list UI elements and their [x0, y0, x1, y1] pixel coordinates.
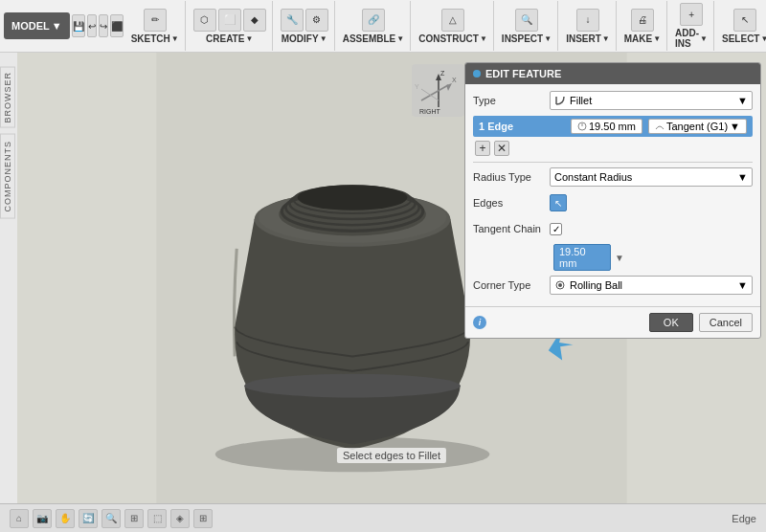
edge-size-box[interactable]: 19.50 mm	[571, 119, 642, 134]
type-row: Type Fillet ▼	[473, 90, 753, 111]
tangent-chain-checkbox-group: ✓	[550, 223, 562, 235]
svg-text:Y: Y	[415, 83, 419, 90]
sketch-section: ✏ SKETCH ▼	[125, 1, 186, 51]
addins-chevron: ▼	[700, 34, 708, 43]
addins-tool-icon[interactable]: +	[680, 3, 703, 26]
construct-dropdown[interactable]: CONSTRUCT ▼	[418, 33, 487, 44]
radius-type-dropdown[interactable]: Constant Radius ▼	[550, 167, 753, 187]
tangent-box[interactable]: Tangent (G1) ▼	[648, 119, 747, 134]
model-button[interactable]: MODEL ▼	[4, 12, 70, 39]
inspect-label: INSPECT	[502, 33, 543, 44]
save-icon[interactable]: 💾	[72, 14, 85, 37]
undo-icon[interactable]: ↩	[87, 14, 97, 37]
sketch-tool-icon[interactable]: ✏	[144, 9, 167, 32]
inspect-tool-icon[interactable]: 🔍	[515, 9, 538, 32]
create-tool2-icon[interactable]: ⬜	[218, 9, 241, 32]
bottom-right-status: Edge	[732, 513, 756, 524]
canvas-viewport[interactable]: Select edges to Fillet Z X Y RIGHT EDIT …	[17, 53, 766, 503]
edge-size: 19.50 mm	[589, 121, 636, 132]
create-dropdown[interactable]: CREATE ▼	[206, 33, 253, 44]
inspect-dropdown[interactable]: INSPECT ▼	[502, 33, 552, 44]
panel-title: EDIT FEATURE	[485, 68, 561, 79]
radius-type-value: Constant Radius	[554, 171, 632, 183]
ok-button[interactable]: OK	[649, 313, 693, 332]
edges-row: Edges ↖	[473, 192, 753, 213]
type-chevron: ▼	[737, 95, 748, 106]
main-toolbar: MODEL ▼ 💾 ↩ ↪ ⬛ ✏ SKETCH ▼ ⬡ ⬜ ◆ CREATE …	[0, 0, 766, 53]
rolling-ball-icon	[554, 279, 566, 291]
grid-icon[interactable]: ⊞	[193, 509, 213, 528]
addins-dropdown[interactable]: ADD-INS ▼	[675, 28, 708, 49]
redo-icon[interactable]: ↪	[99, 14, 108, 37]
modify-dropdown[interactable]: MODIFY ▼	[282, 33, 327, 44]
zoom-in-icon[interactable]: 🔍	[101, 509, 121, 528]
model-chevron: ▼	[52, 20, 62, 32]
assemble-label: ASSEMBLE	[343, 33, 396, 44]
browser-tab[interactable]: BROWSER	[0, 67, 15, 128]
info-icon[interactable]: i	[473, 316, 486, 329]
view-cube-icon[interactable]: ⬚	[147, 509, 167, 528]
select-chevron: ▼	[760, 34, 766, 43]
sketch-dropdown[interactable]: SKETCH ▼	[131, 33, 179, 44]
modify-tool2-icon[interactable]: ⚙	[305, 9, 328, 32]
construct-label: CONSTRUCT	[418, 33, 479, 44]
panel-footer: i OK Cancel	[465, 306, 760, 338]
insert-tool-icon[interactable]: ↓	[576, 9, 599, 32]
corner-type-row: Corner Type Rolling Ball ▼	[473, 275, 753, 296]
modify-tool-icon[interactable]: 🔧	[281, 9, 304, 32]
edit-feature-panel: EDIT FEATURE Type Fillet ▼	[464, 62, 761, 339]
model-label: MODEL	[11, 20, 50, 32]
corner-type-label: Corner Type	[473, 279, 550, 291]
add-edge-button[interactable]: +	[475, 141, 490, 156]
radius-value-input[interactable]: 19.50 mm	[553, 244, 611, 271]
create-label: CREATE	[206, 33, 244, 44]
edges-cursor-icon[interactable]: ↖	[550, 194, 567, 211]
camera-icon[interactable]: 📷	[33, 509, 52, 528]
tangent-chevron: ▼	[730, 121, 740, 132]
assemble-tool-icon[interactable]: 🔗	[362, 9, 385, 32]
svg-text:X: X	[452, 77, 457, 83]
make-dropdown[interactable]: MAKE ▼	[624, 33, 661, 44]
construct-tool-icon[interactable]: △	[441, 9, 464, 32]
zoom-fit-icon[interactable]: ⊞	[124, 509, 144, 528]
corner-type-dropdown[interactable]: Rolling Ball ▼	[550, 276, 753, 295]
select-tool-icon[interactable]: ↖	[733, 9, 756, 32]
svg-text:Z: Z	[440, 70, 445, 77]
bottom-bar: ⌂ 📷 ✋ 🔄 🔍 ⊞ ⬚ ◈ ⊞ Edge	[0, 503, 766, 532]
make-tool-icon[interactable]: 🖨	[631, 9, 654, 32]
inspect-section: 🔍 INSPECT ▼	[496, 1, 558, 51]
frame-icon[interactable]: ⬛	[110, 14, 124, 37]
panel-status-dot	[473, 70, 481, 78]
create-tool-icon[interactable]: ⬡	[193, 9, 216, 32]
radius-dropdown-arrow[interactable]: ▼	[615, 253, 624, 263]
select-dropdown[interactable]: SELECT ▼	[722, 33, 766, 44]
svg-point-9	[298, 185, 408, 211]
modify-chevron: ▼	[320, 34, 327, 43]
panel-header: EDIT FEATURE	[465, 63, 760, 84]
construct-chevron: ▼	[480, 34, 487, 43]
type-dropdown[interactable]: Fillet ▼	[550, 91, 753, 110]
make-label: MAKE	[624, 33, 652, 44]
bottom-tools: ⌂ 📷 ✋ 🔄 🔍 ⊞ ⬚ ◈ ⊞	[10, 509, 213, 528]
sketch-label: SKETCH	[131, 33, 170, 44]
tangent-chain-checkbox[interactable]: ✓	[550, 223, 562, 235]
insert-label: INSERT	[566, 33, 601, 44]
pan-icon[interactable]: ✋	[56, 509, 75, 528]
modify-label: MODIFY	[282, 33, 319, 44]
radius-input-row: 19.50 mm ▼	[473, 244, 753, 271]
remove-edge-button[interactable]: ✕	[494, 141, 509, 156]
assemble-dropdown[interactable]: ASSEMBLE ▼	[343, 33, 404, 44]
components-tab[interactable]: COMPONENTS	[0, 134, 15, 219]
display-icon[interactable]: ◈	[170, 509, 190, 528]
assemble-chevron: ▼	[396, 34, 404, 43]
edge-continuity: Tangent (G1)	[666, 121, 728, 132]
orbit-icon[interactable]: 🔄	[79, 509, 98, 528]
insert-dropdown[interactable]: INSERT ▼	[566, 33, 610, 44]
svg-point-26	[558, 283, 562, 287]
modify-section: 🔧 ⚙ MODIFY ▼	[275, 1, 335, 51]
cancel-button[interactable]: Cancel	[699, 313, 753, 332]
edge-selected-row[interactable]: 1 Edge 19.50 mm Tangent (G1) ▼	[473, 116, 753, 137]
create-tool3-icon[interactable]: ◆	[243, 9, 266, 32]
assemble-section: 🔗 ASSEMBLE ▼	[337, 1, 411, 51]
home-view-icon[interactable]: ⌂	[10, 509, 29, 528]
